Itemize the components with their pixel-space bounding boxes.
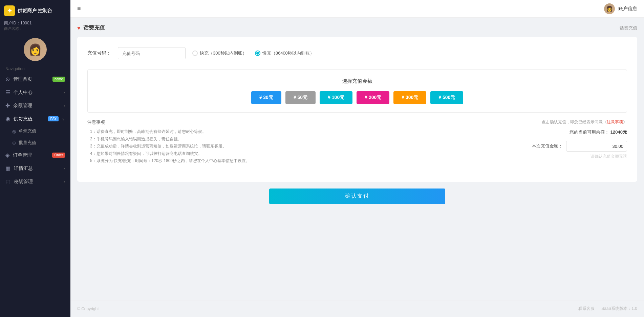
merchant-id: 商户ID：10001: [4, 20, 66, 26]
detail-icon: ▦: [5, 165, 10, 172]
amount-btn-300[interactable]: ¥ 300元: [393, 91, 426, 104]
supply-icon: ◉: [5, 116, 10, 122]
batch-charge-label: 批量充值: [19, 140, 36, 146]
avatar: 👩: [24, 38, 47, 61]
note-item-2: 2：手机号码因您输入错误而造成损失，责任自担。: [87, 136, 250, 143]
secret-icon: ◱: [5, 178, 10, 185]
main: ≡ 👩 账户信息 ♥ 话费充值 话费充值 充值号码：: [70, 0, 644, 317]
amount-btn-50[interactable]: ¥ 50元: [285, 91, 316, 104]
sidebar-item-order-label: 订单管理: [13, 152, 49, 158]
sidebar-item-personal-label: 个人中心: [14, 90, 60, 96]
radio-group: 快充（300秒以内到账） 慢充（86400秒以内到账）: [192, 50, 314, 56]
home-badge: home: [52, 77, 65, 82]
nav-label: Navigation: [0, 64, 70, 73]
sidebar-header: ✦ 供货商户 控制台: [0, 0, 70, 19]
home-icon: ⊙: [5, 76, 10, 82]
merchant-info: 商户ID：10001 商户名称：: [0, 19, 70, 34]
amount-section: 选择充值金额 ¥ 30元 ¥ 50元 ¥ 100元 ¥ 200元 ¥ 300元 …: [87, 70, 627, 113]
balance-value: 12040元: [610, 130, 627, 135]
heart-icon: ♥: [77, 25, 81, 31]
breadcrumb: ♥ 话费充值 话费充值: [77, 24, 637, 32]
page-title-text: 话费充值: [83, 24, 105, 32]
amount-btn-30[interactable]: ¥ 30元: [251, 91, 281, 104]
sidebar-item-supply[interactable]: ◉ 供货充值 PAY ∨: [0, 112, 70, 125]
saas-version: SaaS系统版本：1.0: [601, 306, 637, 312]
note-item-3: 3：充值成功后，详情会收到运营商短信，如遇运营商系统忙，请联系客服。: [87, 143, 250, 150]
personal-arrow: ›: [64, 90, 65, 95]
slow-radio-item[interactable]: 慢充（86400秒以内到账）: [255, 50, 314, 56]
contact-service[interactable]: 联系客服: [578, 306, 595, 312]
sidebar-item-balance[interactable]: ✤ 余额管理 ›: [0, 99, 70, 112]
main-card: 充值号码： 快充（300秒以内到账） 慢充（86400秒以内到账） 选择充值金额: [77, 37, 637, 182]
fast-radio-item[interactable]: 快充（300秒以内到账）: [192, 50, 247, 56]
sidebar-item-secret[interactable]: ◱ 秘钥管理 ›: [0, 175, 70, 188]
fast-radio-label: 快充（300秒以内到账）: [200, 50, 247, 56]
charge-number-label: 充值号码：: [87, 50, 111, 56]
content-area: ♥ 话费充值 话费充值 充值号码： 快充（300秒以内到账） 慢充（86400秒: [70, 18, 644, 300]
note-item-1: 1：话费直充，即时到账，高峰期会有些许延时，请您耐心等候。: [87, 128, 250, 136]
charge-amount-row: 本次充值金额：: [532, 141, 627, 152]
sidebar-item-personal[interactable]: ☰ 个人中心 ›: [0, 86, 70, 99]
sidebar-item-detail[interactable]: ▦ 详情汇总 ›: [0, 162, 70, 175]
avatar-area: 👩: [0, 34, 70, 64]
topbar-right: 👩 账户信息: [604, 3, 637, 14]
confirm-btn-area: 确认支付: [77, 189, 637, 204]
confirm-notice: 点击确认充值，即您已经表示同意《注意事项》: [532, 119, 627, 125]
confirm-hint: 请确认充值金额无误: [532, 154, 627, 159]
sidebar: ✦ 供货商户 控制台 商户ID：10001 商户名称： 👩 Navigation…: [0, 0, 70, 317]
form-row-number: 充值号码： 快充（300秒以内到账） 慢充（86400秒以内到账）: [87, 47, 627, 59]
slow-radio-circle[interactable]: [255, 51, 260, 56]
page-title: ♥ 话费充值: [77, 24, 105, 32]
menu-toggle-icon[interactable]: ≡: [77, 5, 81, 12]
charge-number-input[interactable]: [118, 47, 186, 59]
balance-row: 您的当前可用余额： 12040元: [532, 129, 627, 135]
notice-link[interactable]: 注意事项: [607, 120, 623, 124]
sidebar-item-batch-charge[interactable]: ⊕ 批量充值: [0, 137, 70, 148]
slow-radio-label: 慢充（86400秒以内到账）: [262, 50, 314, 56]
sidebar-item-supply-label: 供货充值: [14, 116, 45, 122]
topbar: ≡ 👩 账户信息: [70, 0, 644, 18]
sidebar-item-single-charge[interactable]: ◎ 单笔充值: [0, 125, 70, 137]
footer-right: 联系客服 SaaS系统版本：1.0: [578, 306, 637, 312]
order-badge: Order: [52, 153, 65, 158]
topbar-left: ≡: [77, 5, 81, 12]
sidebar-item-detail-label: 详情汇总: [14, 165, 60, 172]
sidebar-item-home-label: 管理首页: [13, 76, 49, 82]
amount-buttons: ¥ 30元 ¥ 50元 ¥ 100元 ¥ 200元 ¥ 300元 ¥ 500元: [94, 91, 620, 104]
batch-charge-icon: ⊕: [12, 140, 16, 145]
balance-label: 您的当前可用余额：: [570, 130, 609, 135]
balance-icon: ✤: [5, 102, 10, 109]
charge-amount-input[interactable]: [566, 141, 627, 152]
personal-icon: ☰: [5, 89, 10, 96]
note-item-5: 5：系统分为 快充/慢充；时间截：120秒-1800秒之内，请您在个人中心基本信…: [87, 157, 250, 165]
account-label[interactable]: 账户信息: [618, 6, 637, 12]
amount-btn-500[interactable]: ¥ 500元: [430, 91, 463, 104]
notes-title: 注意事项: [87, 119, 250, 125]
note-item-4: 4：您如果对到账情况有疑问，可以拨打运营商电话查询核实。: [87, 150, 250, 158]
sidebar-title: 供货商户 控制台: [18, 8, 52, 14]
logo-icon: ✦: [4, 5, 15, 16]
amount-btn-100[interactable]: ¥ 100元: [320, 91, 352, 104]
charge-amount-label: 本次充值金额：: [532, 143, 563, 149]
user-avatar: 👩: [604, 3, 615, 14]
detail-arrow: ›: [64, 166, 65, 171]
merchant-name: 商户名称：: [4, 26, 66, 31]
footer: © Copyright 联系客服 SaaS系统版本：1.0: [70, 300, 644, 317]
copyright: © Copyright: [77, 306, 99, 311]
fast-radio-circle[interactable]: [192, 51, 198, 56]
supply-arrow: ∨: [62, 117, 65, 121]
notes-list: 1：话费直充，即时到账，高峰期会有些许延时，请您耐心等候。 2：手机号码因您输入…: [87, 128, 250, 165]
breadcrumb-right: 话费充值: [620, 25, 637, 31]
sidebar-item-balance-label: 余额管理: [13, 103, 60, 109]
right-info: 点击确认充值，即您已经表示同意《注意事项》 您的当前可用余额： 12040元 本…: [532, 119, 627, 159]
sidebar-item-order[interactable]: ◈ 订单管理 Order: [0, 148, 70, 162]
amount-title: 选择充值金额: [94, 78, 620, 84]
balance-arrow: ›: [64, 103, 65, 108]
secret-arrow: ›: [64, 179, 65, 184]
order-icon: ◈: [5, 152, 9, 158]
sidebar-item-home[interactable]: ⊙ 管理首页 home: [0, 73, 70, 86]
confirm-pay-button[interactable]: 确认支付: [269, 189, 445, 204]
amount-btn-200[interactable]: ¥ 200元: [357, 91, 389, 104]
single-charge-label: 单笔充值: [19, 128, 36, 134]
sidebar-item-secret-label: 秘钥管理: [14, 179, 60, 185]
